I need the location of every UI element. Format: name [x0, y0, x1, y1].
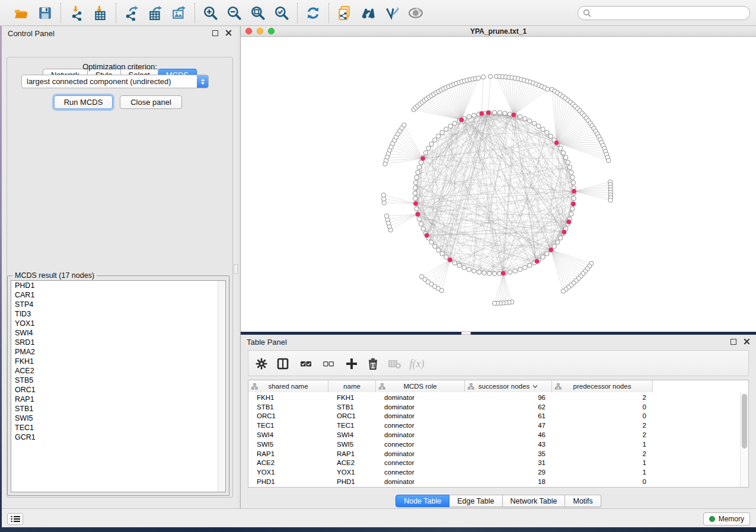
graph-node[interactable]: [537, 124, 541, 128]
export-table-button[interactable]: [145, 4, 165, 23]
optimization-criterion-select[interactable]: largest connected component (undirected): [21, 75, 209, 88]
graph-node[interactable]: [564, 155, 568, 159]
table-row[interactable]: STB1STB1dominator620: [248, 402, 740, 412]
graph-node[interactable]: [452, 261, 457, 265]
export-network-button[interactable]: [122, 4, 142, 23]
graph-node[interactable]: [457, 263, 461, 267]
graph-node[interactable]: [518, 267, 522, 271]
select-all-button[interactable]: [297, 355, 315, 373]
mcds-result-item[interactable]: YOX1: [11, 319, 225, 328]
column-header-shared-name[interactable]: shared name: [248, 380, 328, 392]
graph-node[interactable]: [569, 212, 573, 216]
float-panel-icon[interactable]: [212, 30, 218, 36]
zoom-selected-button[interactable]: [272, 4, 292, 23]
mcds-result-item[interactable]: PHD1: [11, 281, 225, 290]
mcds-result-item[interactable]: SRD1: [11, 338, 225, 347]
graph-node[interactable]: [414, 207, 419, 211]
graph-node[interactable]: [548, 134, 553, 138]
graph-node[interactable]: [433, 138, 437, 142]
graph-node[interactable]: [436, 248, 441, 252]
refresh-view-button[interactable]: [303, 4, 323, 23]
mcds-result-item[interactable]: ORC1: [11, 385, 225, 395]
mcds-result-item[interactable]: PMA2: [11, 347, 225, 357]
graph-node[interactable]: [482, 271, 486, 275]
mcds-hub-node[interactable]: [562, 229, 567, 235]
graph-node[interactable]: [472, 113, 476, 117]
export-image-button[interactable]: [169, 4, 189, 23]
graph-node[interactable]: [429, 142, 433, 146]
mcds-hub-node[interactable]: [413, 201, 419, 206]
tab-network-table[interactable]: Network Table: [503, 495, 566, 507]
mcds-result-item[interactable]: RAP1: [11, 395, 225, 404]
mcds-hub-node[interactable]: [479, 111, 484, 117]
close-panel-button[interactable]: Close panel: [120, 95, 182, 109]
mcds-hub-node[interactable]: [572, 189, 577, 194]
graph-node[interactable]: [444, 127, 448, 131]
graph-node[interactable]: [570, 207, 575, 211]
column-header-predecessor-nodes[interactable]: predecessor nodes: [552, 380, 653, 392]
graph-node[interactable]: [423, 150, 428, 155]
graph-node[interactable]: [448, 124, 452, 128]
mcds-result-item[interactable]: FKH1: [11, 357, 225, 366]
network-graph[interactable]: [241, 37, 756, 332]
settings-gear-button[interactable]: [253, 355, 270, 373]
mcds-result-item[interactable]: STB1: [11, 404, 225, 414]
table-row[interactable]: SWI4SWI4dominator462: [248, 430, 740, 440]
graph-node[interactable]: [561, 150, 565, 155]
graph-node[interactable]: [417, 217, 421, 221]
graph-node[interactable]: [436, 134, 441, 138]
graph-node[interactable]: [429, 240, 433, 244]
table-scrollbar[interactable]: [740, 393, 748, 487]
mcds-hub-node[interactable]: [554, 140, 559, 146]
graph-node[interactable]: [419, 222, 423, 226]
mcds-hub-node[interactable]: [448, 257, 453, 262]
graph-node[interactable]: [541, 127, 545, 131]
graph-node[interactable]: [559, 146, 563, 150]
graph-node[interactable]: [556, 240, 560, 244]
graph-node[interactable]: [433, 244, 437, 248]
graph-node[interactable]: [541, 255, 545, 259]
memory-button[interactable]: Memory: [703, 512, 750, 525]
mcds-result-item[interactable]: TID3: [11, 309, 225, 319]
graph-node[interactable]: [546, 87, 550, 91]
mcds-result-item[interactable]: SWI4: [11, 328, 225, 338]
mcds-result-item[interactable]: GCR1: [11, 432, 225, 442]
graph-node[interactable]: [523, 117, 527, 121]
graph-node[interactable]: [508, 270, 512, 274]
graph-node[interactable]: [545, 130, 549, 134]
graph-node[interactable]: [567, 165, 572, 169]
mcds-result-item[interactable]: ACE2: [11, 366, 225, 376]
float-panel-icon[interactable]: [731, 339, 736, 345]
task-history-button[interactable]: [7, 513, 23, 525]
open-session-button[interactable]: [11, 4, 31, 23]
table-row[interactable]: ORC1ORC1dominator610: [248, 412, 740, 421]
zoom-out-button[interactable]: [224, 4, 244, 23]
graph-node[interactable]: [420, 274, 424, 278]
graph-node[interactable]: [416, 170, 420, 174]
mcds-hub-node[interactable]: [459, 117, 464, 123]
graph-node[interactable]: [413, 181, 417, 185]
graph-node[interactable]: [559, 236, 563, 240]
graph-node[interactable]: [607, 158, 611, 162]
tab-node-table[interactable]: Node Table: [395, 495, 449, 507]
graph-node[interactable]: [417, 165, 421, 169]
graph-node[interactable]: [481, 75, 485, 79]
graph-node[interactable]: [421, 227, 425, 231]
tab-motifs[interactable]: Motifs: [565, 495, 601, 507]
search-box[interactable]: [578, 6, 750, 20]
graph-node[interactable]: [532, 121, 536, 126]
zoom-in-button[interactable]: [200, 4, 221, 23]
graph-node[interactable]: [503, 111, 507, 116]
graph-node[interactable]: [426, 146, 430, 150]
graph-node[interactable]: [572, 196, 576, 200]
table-row[interactable]: RAP1RAP1dominator352: [248, 449, 740, 459]
visual-properties-button[interactable]: [382, 4, 402, 23]
mcds-hub-node[interactable]: [425, 233, 430, 238]
find-objects-button[interactable]: [358, 4, 378, 23]
graph-node[interactable]: [384, 214, 388, 218]
graph-node[interactable]: [492, 110, 496, 114]
mcds-result-item[interactable]: TEC1: [11, 423, 225, 432]
tab-edge-table[interactable]: Edge Table: [449, 495, 502, 507]
graph-node[interactable]: [488, 74, 492, 78]
duplicate-network-button[interactable]: [334, 4, 355, 23]
